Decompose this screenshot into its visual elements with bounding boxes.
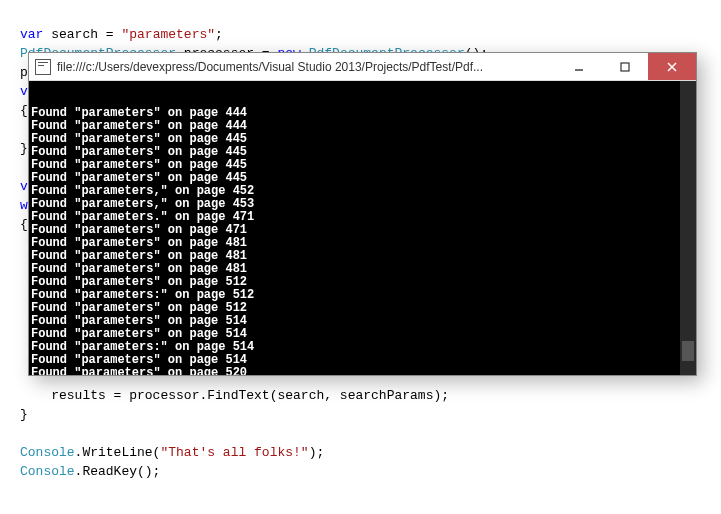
minimize-icon	[574, 62, 584, 72]
window-titlebar[interactable]: file:///c:/Users/devexpress/Documents/Vi…	[29, 53, 696, 81]
code-token: ;	[215, 27, 223, 42]
code-token: var	[20, 27, 43, 42]
code-token: .WriteLine(	[75, 445, 161, 460]
console-line: Found "parameters" on page 520	[31, 367, 694, 375]
app-icon	[35, 59, 51, 75]
code-token: results = processor.FindText(search, sea…	[20, 388, 449, 403]
code-token: );	[309, 445, 325, 460]
code-token: {	[20, 103, 28, 118]
console-output[interactable]: Found "parameters" on page 444Found "par…	[29, 81, 696, 375]
code-token: {	[20, 217, 28, 232]
code-token: Console	[20, 464, 75, 479]
code-token: search =	[43, 27, 121, 42]
close-button[interactable]	[648, 53, 696, 80]
maximize-icon	[620, 62, 630, 72]
svg-rect-1	[621, 63, 629, 71]
scrollbar-thumb[interactable]	[682, 341, 694, 361]
code-token: }	[20, 407, 28, 422]
maximize-button[interactable]	[602, 53, 648, 80]
scrollbar[interactable]	[680, 81, 696, 375]
window-buttons	[556, 53, 696, 80]
code-token: "That's all folks!"	[160, 445, 308, 460]
code-token: .ReadKey();	[75, 464, 161, 479]
code-token: Console	[20, 445, 75, 460]
code-token: "parameters"	[121, 27, 215, 42]
minimize-button[interactable]	[556, 53, 602, 80]
console-window: file:///c:/Users/devexpress/Documents/Vi…	[28, 52, 697, 376]
close-icon	[667, 62, 677, 72]
window-title: file:///c:/Users/devexpress/Documents/Vi…	[57, 60, 556, 74]
